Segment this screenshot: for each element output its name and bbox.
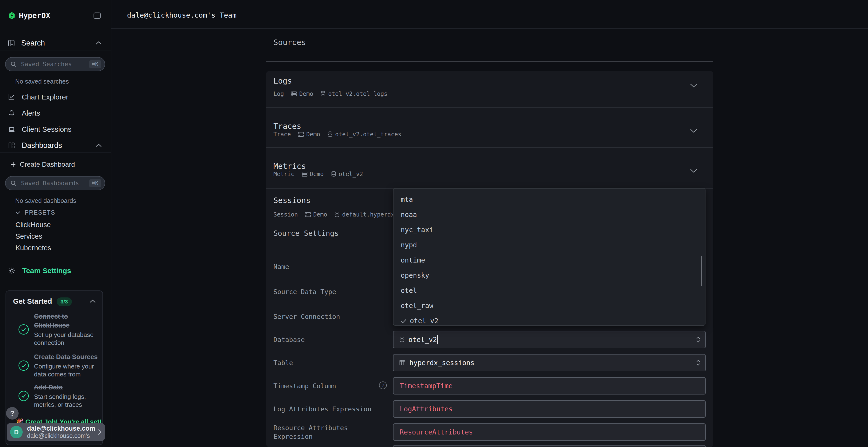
step-title: Connect to ClickHouse: [34, 312, 103, 330]
field-label-table: Table: [273, 358, 293, 367]
dropdown-option[interactable]: otel: [394, 283, 705, 298]
chart-line-icon: [8, 94, 15, 100]
table-name: otel_v2.otel_traces: [335, 131, 401, 138]
source-section-metrics: Metrics: [273, 162, 306, 171]
app-window: HyperDX Search ⌘K No saved se: [0, 0, 868, 447]
database-value: otel_v2: [408, 336, 437, 344]
step-description: Set up your database connection: [34, 331, 99, 347]
dropdown-option[interactable]: nypd: [394, 238, 705, 253]
create-dashboard-button[interactable]: Create Dashboard: [0, 158, 111, 171]
sidebar-section-dashboards[interactable]: Dashboards: [0, 139, 111, 152]
dropdown-scrollbar[interactable]: [701, 256, 702, 286]
database-icon: [331, 171, 336, 177]
field-label-server-connection: Server Connection: [273, 312, 340, 321]
dropdown-option[interactable]: opensky: [394, 268, 705, 283]
get-started-title: Get Started: [13, 297, 52, 305]
dropdown-option[interactable]: nyc_taxi: [394, 222, 705, 238]
dashboards-icon: [8, 142, 15, 149]
sidebar-item-label: Client Sessions: [22, 125, 72, 133]
presets-toggle[interactable]: PRESETS: [16, 209, 55, 216]
database-icon: [334, 211, 340, 218]
sidebar-item-client-sessions[interactable]: Client Sessions: [0, 123, 111, 136]
divider: [266, 61, 713, 62]
table-name: otel_v2: [339, 171, 363, 177]
server-icon: [291, 91, 297, 97]
field-label-resource-attributes: Resource Attributes Expression: [273, 424, 355, 441]
dropdown-option[interactable]: otel_raw: [394, 298, 705, 313]
table-pair: otel_v2: [331, 171, 363, 177]
chevron-up-icon[interactable]: [89, 300, 96, 303]
get-started-step-sources[interactable]: Create Data Sources Configure where your…: [18, 353, 103, 378]
laptop-icon: [8, 126, 15, 133]
source-meta-traces: Trace Demo otel_v2.otel_traces: [273, 131, 401, 138]
field-label-log-attributes: Log Attributes Expression: [273, 405, 371, 414]
dropdown-option-selected[interactable]: otel_v2: [394, 313, 705, 329]
avatar: D: [10, 426, 23, 438]
saved-dashboards-input[interactable]: [21, 179, 85, 187]
sidebar-section-search[interactable]: Search: [0, 36, 111, 50]
no-saved-searches-text: No saved searches: [15, 78, 69, 85]
step-description: Configure where your data comes from: [34, 363, 99, 378]
check-circle-icon: [18, 360, 29, 371]
divider: [0, 152, 111, 153]
sidebar-section-label: Dashboards: [22, 141, 62, 150]
chevron-down-icon: [16, 211, 20, 214]
user-menu[interactable]: D dale@clickhouse.com dale@clickhouse.co…: [7, 423, 105, 441]
sidebar: HyperDX Search ⌘K No saved se: [0, 0, 112, 447]
field-label-name: Name: [273, 263, 289, 271]
help-button[interactable]: ?: [6, 407, 19, 419]
gear-icon: [8, 267, 16, 274]
timestamp-column-input[interactable]: [399, 382, 701, 390]
connection-name: Demo: [310, 171, 324, 177]
step-description: Start sending logs, metrics, or traces: [34, 393, 99, 409]
sidebar-item-label: Alerts: [22, 109, 40, 117]
field-label-database: Database: [273, 336, 305, 344]
table-select[interactable]: hyperdx_sessions: [393, 354, 706, 371]
search-section-icon: [8, 40, 14, 46]
resource-attributes-field[interactable]: [393, 423, 706, 441]
table-icon: [399, 359, 406, 366]
saved-searches-input[interactable]: [21, 61, 85, 68]
saved-dashboards-search[interactable]: ⌘K: [5, 176, 105, 190]
sidebar-item-services[interactable]: Services: [16, 232, 42, 240]
sidebar-item-clickhouse[interactable]: ClickHouse: [16, 221, 51, 229]
database-select[interactable]: otel_v2: [393, 331, 706, 348]
get-started-step-add-data[interactable]: Add Data Start sending logs, metrics, or…: [18, 383, 103, 409]
dropdown-option[interactable]: ontime: [394, 253, 705, 268]
chevron-down-icon[interactable]: [690, 83, 697, 88]
chevron-down-icon[interactable]: [690, 129, 697, 133]
log-attributes-input[interactable]: [399, 405, 701, 413]
connection-name: Demo: [313, 211, 327, 218]
get-started-step-connect[interactable]: Connect to ClickHouse Set up your databa…: [18, 312, 103, 347]
saved-searches-search[interactable]: ⌘K: [5, 57, 105, 71]
table-pair: otel_v2.otel_traces: [328, 131, 401, 138]
sidebar-item-alerts[interactable]: Alerts: [0, 106, 111, 120]
sidebar-item-team-settings[interactable]: Team Settings: [0, 264, 111, 277]
resource-attributes-input[interactable]: [399, 428, 701, 437]
sidebar-item-kubernetes[interactable]: Kubernetes: [16, 244, 51, 252]
connection-name: Demo: [299, 91, 313, 97]
team-settings-label: Team Settings: [22, 267, 71, 275]
select-chevrons-icon: [696, 336, 701, 343]
log-attributes-field[interactable]: [393, 400, 706, 418]
chevron-down-icon[interactable]: [690, 169, 697, 173]
help-tooltip-icon[interactable]: ?: [379, 381, 387, 389]
sidebar-item-chart-explorer[interactable]: Chart Explorer: [0, 90, 111, 104]
dropdown-option[interactable]: mta: [394, 192, 705, 207]
database-icon: [320, 91, 326, 97]
source-type: Session: [273, 211, 298, 218]
team-title: dale@clickhouse.com's Team: [127, 11, 237, 19]
user-email: dale@clickhouse.com: [27, 425, 93, 432]
connection-pair: Demo: [291, 91, 313, 97]
table-pair: otel_v2.otel_logs: [320, 91, 388, 97]
divider: [0, 50, 111, 51]
no-saved-dashboards-text: No saved dashboards: [15, 197, 76, 204]
text-cursor: [437, 335, 438, 344]
timestamp-column-field[interactable]: [393, 377, 706, 394]
connection-name: Demo: [306, 131, 320, 138]
source-section-traces: Traces: [273, 122, 301, 131]
collapse-sidebar-icon[interactable]: [94, 12, 101, 19]
dropdown-option[interactable]: noaa: [394, 207, 705, 222]
table-name: otel_v2.otel_logs: [328, 91, 388, 97]
source-section-logs: Logs: [273, 76, 292, 85]
